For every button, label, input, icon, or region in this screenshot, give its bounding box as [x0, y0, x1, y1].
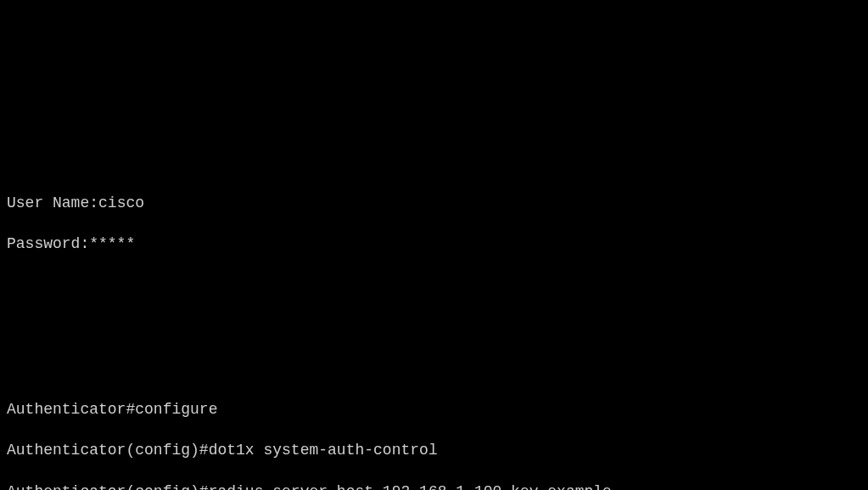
login-user-line: User Name:cisco [7, 193, 861, 213]
pass-mask: ***** [89, 235, 135, 252]
blank-line [7, 89, 861, 110]
user-label: User Name: [7, 194, 98, 211]
blank-line [7, 296, 861, 316]
blank-line [7, 337, 861, 358]
blank-line [7, 131, 861, 151]
login-pass-line: Password:***** [7, 234, 861, 254]
terminal-line: Authenticator(config)#radius-server host… [7, 482, 861, 490]
terminal-line: Authenticator#configure [7, 399, 861, 420]
terminal-line: Authenticator(config)#dot1x system-auth-… [7, 440, 861, 460]
user-value: cisco [98, 194, 144, 211]
pass-label: Password: [7, 235, 89, 252]
